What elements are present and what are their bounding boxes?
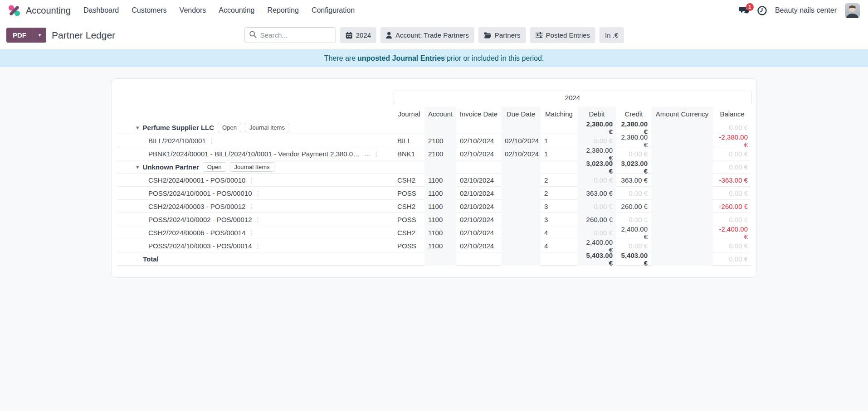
cell-due_date <box>501 121 541 134</box>
table-body: ▾Perfume Supplier LLCOpenJournal Items2,… <box>117 121 751 266</box>
expand-ellipsis-button[interactable]: … <box>364 153 371 155</box>
journal-entry-link[interactable]: POSS/2024/10/0003 - POS/00014 <box>148 242 252 250</box>
cell-due_date <box>501 239 541 252</box>
caret-down-icon[interactable]: ▾ <box>136 124 139 131</box>
ledger-line-row: PBNK1/2024/00001 - BILL/2024/10/0001 - V… <box>117 147 751 160</box>
app-logo-icon[interactable] <box>8 5 20 17</box>
journal-entry-link[interactable]: CSH2/2024/00003 - POS/00012 <box>148 203 245 210</box>
total-row: Total5,403.00 €5,403.00 €0.00 € <box>117 252 751 266</box>
journal-entry-link[interactable]: CSH2/2024/00006 - POS/00014 <box>148 229 245 237</box>
nav-item-dashboard[interactable]: Dashboard <box>78 4 124 17</box>
nav-item-accounting[interactable]: Accounting <box>213 4 260 17</box>
cell-account: 1100 <box>424 187 456 200</box>
nav-item-vendors[interactable]: Vendors <box>174 4 212 17</box>
filter-2024[interactable]: 2024 <box>340 27 376 43</box>
cell-account <box>424 252 456 266</box>
folder-icon <box>484 32 492 39</box>
search-box[interactable] <box>244 27 336 43</box>
cell-journal: BNK1 <box>394 147 424 160</box>
cell-due_date <box>501 200 541 213</box>
column-header-due_date: Due Date <box>501 106 541 121</box>
row-kebab-icon[interactable]: ⋮ <box>248 177 254 184</box>
cell-invoice_date: 02/10/2024 <box>456 187 501 200</box>
filter-label: Posted Entries <box>546 31 590 39</box>
nav-item-customers[interactable]: Customers <box>126 4 172 17</box>
pdf-dropdown-button[interactable]: ▾ <box>33 28 46 43</box>
cell-matching: 1 <box>541 134 577 147</box>
cell-journal: POSS <box>394 239 424 252</box>
cell-journal <box>394 121 424 134</box>
cell-invoice_date <box>456 252 501 266</box>
messages-icon[interactable]: 1 <box>739 6 749 15</box>
partner-name[interactable]: Unknown Partner <box>143 163 199 171</box>
open-button[interactable]: Open <box>203 162 226 172</box>
cell-account: 1100 <box>424 213 456 226</box>
cell-account: 2100 <box>424 134 456 147</box>
cell-journal: POSS <box>394 213 424 226</box>
cell-credit: 260.00 € <box>616 200 651 213</box>
group-label-cell: ▾Perfume Supplier LLCOpenJournal Items <box>117 121 394 134</box>
cell-balance: 0.00 € <box>713 121 751 134</box>
filter-label: Account: Trade Partners <box>395 31 469 39</box>
cell-debit: 2,400.00 € <box>577 239 616 252</box>
cell-amount_currency <box>651 187 713 200</box>
caret-down-icon[interactable]: ▾ <box>136 164 139 170</box>
control-bar: PDF ▾ Partner Ledger 2024Account: Trade … <box>0 21 868 50</box>
journal-items-button[interactable]: Journal Items <box>230 162 274 172</box>
cell-journal: CSH2 <box>394 174 424 187</box>
company-switcher[interactable]: Beauty nails center <box>775 6 837 15</box>
filter-account-trade-partners[interactable]: Account: Trade Partners <box>380 27 474 43</box>
row-kebab-icon[interactable]: ⋮ <box>255 216 261 223</box>
filter-label: In .€ <box>605 31 618 39</box>
cell-due_date <box>501 187 541 200</box>
row-kebab-icon[interactable]: ⋮ <box>255 242 261 250</box>
cell-journal: POSS <box>394 187 424 200</box>
open-button[interactable]: Open <box>218 123 241 132</box>
journal-entry-link[interactable]: BILL/2024/10/0001 <box>148 137 206 145</box>
cell-debit: 0.00 € <box>577 134 616 147</box>
row-kebab-icon[interactable]: ⋮ <box>209 137 215 145</box>
journal-entry-link[interactable]: CSH2/2024/00001 - POS/00010 <box>148 176 245 184</box>
activities-clock-icon[interactable] <box>757 6 767 15</box>
row-kebab-icon[interactable]: ⋮ <box>248 203 254 210</box>
cell-balance: -260.00 € <box>713 200 751 213</box>
line-label-cell: POSS/2024/10/0001 - POS/00010⋮ <box>117 187 394 200</box>
cell-credit: 0.00 € <box>616 187 651 200</box>
cell-invoice_date <box>456 160 501 174</box>
filter-in-[interactable]: In .€ <box>600 27 624 43</box>
pdf-button[interactable]: PDF <box>6 28 33 43</box>
nav-item-reporting[interactable]: Reporting <box>262 4 304 17</box>
cell-balance: 0.00 € <box>713 239 751 252</box>
row-kebab-icon[interactable]: ⋮ <box>248 229 254 237</box>
journal-entry-link[interactable]: POSS/2024/10/0002 - POS/00012 <box>148 216 252 223</box>
page-title: Partner Ledger <box>52 30 115 41</box>
cell-debit: 0.00 € <box>577 200 616 213</box>
filter-posted-entries[interactable]: Posted Entries <box>530 27 596 43</box>
cell-amount_currency <box>651 200 713 213</box>
cell-invoice_date: 02/10/2024 <box>456 239 501 252</box>
cell-debit: 2,380.00 € <box>577 121 616 134</box>
user-avatar[interactable] <box>845 3 860 18</box>
journal-items-button[interactable]: Journal Items <box>245 123 289 132</box>
row-kebab-icon[interactable]: ⋮ <box>373 150 379 158</box>
column-header-credit: Credit <box>616 106 651 121</box>
cell-due_date <box>501 252 541 266</box>
journal-entry-link[interactable]: PBNK1/2024/00001 - BILL/2024/10/0001 - V… <box>148 150 361 158</box>
report-area: 2024 JournalAccountInvoice DateDue DateM… <box>0 67 868 278</box>
cell-amount_currency <box>651 226 713 239</box>
partner-name[interactable]: Perfume Supplier LLC <box>143 124 215 131</box>
cell-balance: 0.00 € <box>713 160 751 174</box>
filter-label: 2024 <box>356 31 371 39</box>
journal-entry-link[interactable]: POSS/2024/10/0001 - POS/00010 <box>148 189 252 197</box>
cell-journal: BILL <box>394 134 424 147</box>
app-name[interactable]: Accounting <box>26 5 71 16</box>
filter-partners[interactable]: Partners <box>478 27 526 43</box>
period-header: 2024 <box>394 91 751 104</box>
calendar-icon <box>346 32 353 39</box>
nav-item-configuration[interactable]: Configuration <box>306 4 360 17</box>
cell-credit: 2,380.00 € <box>616 134 651 147</box>
row-kebab-icon[interactable]: ⋮ <box>255 190 261 197</box>
cell-credit: 0.00 € <box>616 213 651 226</box>
search-input[interactable] <box>260 31 331 39</box>
cell-invoice_date: 02/10/2024 <box>456 213 501 226</box>
